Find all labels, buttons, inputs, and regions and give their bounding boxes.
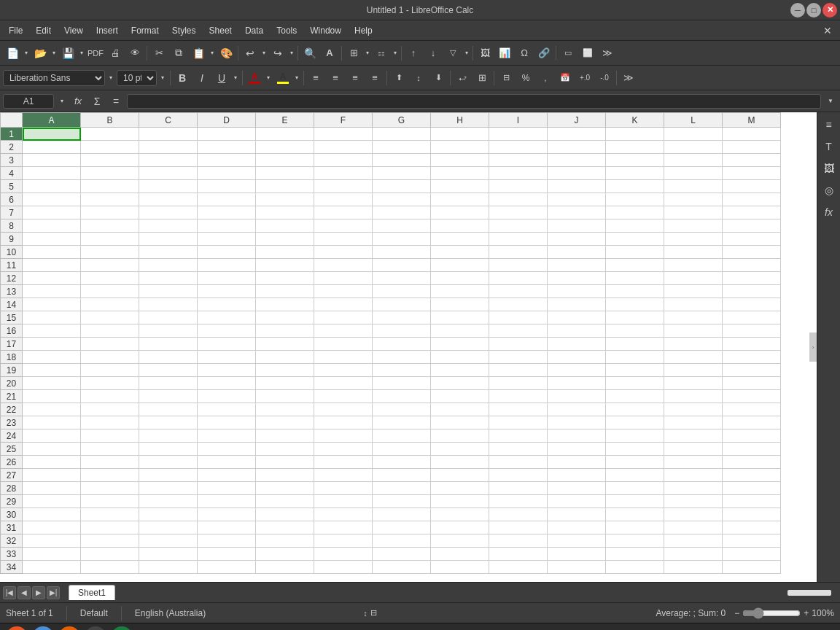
properties-panel-button[interactable]: ≡ [820,115,839,134]
cell-G33[interactable] [373,548,431,561]
cell-J30[interactable] [548,508,606,521]
cell-G14[interactable] [373,298,431,311]
cell-G2[interactable] [373,141,431,154]
insert-box-button[interactable]: ⬜ [578,44,597,63]
row-header-16[interactable]: 16 [1,324,23,338]
cell-L27[interactable] [664,469,723,482]
filter-dropdown[interactable]: ▾ [463,44,470,63]
cell-E10[interactable] [256,246,314,259]
rows-cols-dropdown[interactable]: ▾ [392,44,399,63]
italic-button[interactable]: I [192,69,211,88]
row-header-17[interactable]: 17 [1,338,23,351]
cell-M26[interactable] [723,456,781,469]
cell-F33[interactable] [314,548,373,561]
toolbar-more-button[interactable]: ≫ [598,44,617,63]
cell-M23[interactable] [723,416,781,429]
cell-H9[interactable] [431,233,489,246]
cell-B32[interactable] [81,534,139,548]
spelling-button[interactable]: A [320,44,339,63]
col-header-K[interactable]: K [606,113,664,128]
row-header-34[interactable]: 34 [1,561,23,574]
row-header-21[interactable]: 21 [1,390,23,403]
cell-H20[interactable] [431,377,489,390]
cell-G20[interactable] [373,377,431,390]
cell-A19[interactable] [23,364,81,377]
cell-G22[interactable] [373,403,431,416]
cell-F29[interactable] [314,495,373,508]
cell-K25[interactable] [606,443,664,456]
cell-F16[interactable] [314,324,373,338]
cell-M12[interactable] [723,272,781,285]
cell-E26[interactable] [256,456,314,469]
cell-H15[interactable] [431,311,489,324]
cell-K3[interactable] [606,154,664,167]
cell-L14[interactable] [664,298,723,311]
cell-I30[interactable] [489,508,548,521]
cell-G19[interactable] [373,364,431,377]
redo-dropdown[interactable]: ▾ [288,44,295,63]
cell-I2[interactable] [489,141,548,154]
cell-I11[interactable] [489,259,548,272]
cell-G1[interactable] [373,128,431,141]
cell-H27[interactable] [431,469,489,482]
cell-J21[interactable] [548,390,606,403]
cell-H7[interactable] [431,206,489,219]
cell-F3[interactable] [314,154,373,167]
cell-H33[interactable] [431,548,489,561]
cell-L22[interactable] [664,403,723,416]
row-header-24[interactable]: 24 [1,429,23,443]
cell-H28[interactable] [431,482,489,495]
cell-E21[interactable] [256,390,314,403]
cell-L19[interactable] [664,364,723,377]
export-pdf-button[interactable]: PDF [86,44,105,63]
cell-B2[interactable] [81,141,139,154]
row-header-12[interactable]: 12 [1,272,23,285]
col-header-J[interactable]: J [548,113,606,128]
cell-G21[interactable] [373,390,431,403]
cell-K16[interactable] [606,324,664,338]
cell-K13[interactable] [606,285,664,298]
cell-M4[interactable] [723,167,781,180]
cell-B10[interactable] [81,246,139,259]
cell-M18[interactable] [723,351,781,364]
cell-B4[interactable] [81,167,139,180]
col-header-B[interactable]: B [81,113,139,128]
cell-L2[interactable] [664,141,723,154]
cell-B18[interactable] [81,351,139,364]
calc-button[interactable]: ⊞ [111,626,133,631]
cell-J32[interactable] [548,534,606,548]
cell-L11[interactable] [664,259,723,272]
cell-A24[interactable] [23,429,81,443]
find-button[interactable]: 🔍 [300,44,319,63]
cell-L20[interactable] [664,377,723,390]
cell-B12[interactable] [81,272,139,285]
cell-B34[interactable] [81,561,139,574]
cell-A14[interactable] [23,298,81,311]
menu-view[interactable]: View [58,23,89,38]
cell-M31[interactable] [723,521,781,534]
row-header-7[interactable]: 7 [1,206,23,219]
cell-D23[interactable] [198,416,256,429]
cell-E24[interactable] [256,429,314,443]
row-header-32[interactable]: 32 [1,534,23,548]
cell-M8[interactable] [723,219,781,233]
cell-H32[interactable] [431,534,489,548]
cell-D8[interactable] [198,219,256,233]
close-doc-button[interactable]: ✕ [818,21,837,40]
align-justify-button[interactable]: ≡ [365,69,384,88]
cell-H10[interactable] [431,246,489,259]
minimize-button[interactable]: ─ [790,3,805,18]
sheet-first-button[interactable]: |◀ [3,586,16,599]
cell-E15[interactable] [256,311,314,324]
cell-I5[interactable] [489,180,548,193]
copy-button[interactable]: ⧉ [169,44,188,63]
cell-F2[interactable] [314,141,373,154]
cell-C19[interactable] [139,364,198,377]
cell-B27[interactable] [81,469,139,482]
cell-H22[interactable] [431,403,489,416]
cell-C4[interactable] [139,167,198,180]
cell-B6[interactable] [81,193,139,206]
cell-D33[interactable] [198,548,256,561]
cut-button[interactable]: ✂ [149,44,168,63]
formula-expand[interactable]: ▼ [824,92,837,111]
